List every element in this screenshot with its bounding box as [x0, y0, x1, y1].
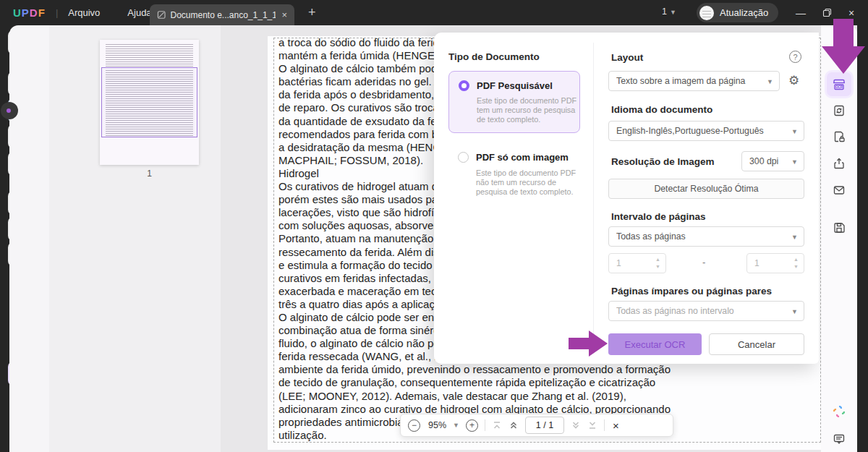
chevron-down-icon: ▼: [791, 234, 798, 241]
image-only-pdf-desc: Este tipo de documento PDF não tem um re…: [476, 169, 577, 197]
chevron-down-icon[interactable]: ▼: [453, 422, 459, 429]
ocr-icon[interactable]: OCR: [827, 72, 851, 96]
page-count-value: 1: [662, 7, 667, 17]
document-text-line: de tecido de granulação, consequentement…: [278, 376, 820, 389]
searchable-pdf-desc: Este tipo de documento PDF tem um recurs…: [477, 96, 578, 124]
help-icon[interactable]: ?: [789, 51, 801, 63]
thumbnail-viewport-box[interactable]: [101, 67, 197, 137]
logo-letter: F: [38, 7, 46, 19]
range-select-value: Todas as páginas: [616, 231, 686, 242]
minimize-button[interactable]: —: [787, 0, 814, 25]
toolbar-close-icon[interactable]: ×: [613, 419, 619, 432]
collapse-dot: [7, 108, 11, 113]
resolution-select-value: 300 dpi: [749, 156, 778, 166]
resolution-select[interactable]: 300 dpi▼: [741, 151, 804, 171]
share-icon[interactable]: [827, 151, 851, 175]
logo-letter: D: [30, 7, 38, 19]
toolbar-divider: [604, 419, 605, 431]
chevron-down-icon: ▼: [791, 158, 798, 166]
document-text-line: ambiente da ferida úmido, prevenindo o r…: [278, 363, 820, 376]
menu-ajuda[interactable]: Ajuda: [127, 7, 151, 18]
language-heading: Idioma do documento: [611, 104, 712, 115]
page-count-dropdown[interactable]: 1▼: [662, 7, 676, 17]
chevron-down-icon: ▼: [791, 128, 798, 135]
layout-heading: Layout: [611, 52, 643, 63]
update-button-label: Atualização: [720, 7, 768, 18]
language-select[interactable]: English-Inglês,Portuguese-Português▼: [608, 121, 804, 141]
zoom-out-icon[interactable]: −: [408, 419, 420, 432]
radio-unselected-icon[interactable]: [458, 152, 469, 163]
update-button[interactable]: Atualização: [697, 3, 778, 22]
cancel-button[interactable]: Cancelar: [709, 333, 804, 355]
image-only-pdf-label[interactable]: PDF só com imagem: [476, 152, 569, 163]
tab-close-icon[interactable]: ×: [281, 9, 287, 20]
parity-select-value: Todas as páginas no intervalo: [616, 306, 734, 316]
logo-letter: U: [13, 7, 22, 19]
toolbar-divider: [485, 419, 485, 431]
searchable-pdf-card[interactable]: PDF Pesquisável Este tipo de documento P…: [448, 71, 580, 133]
chevron-down-icon: ▼: [670, 9, 676, 16]
range-from-stepper[interactable]: 1 ▲▼: [608, 253, 666, 273]
ai-assistant-icon[interactable]: [827, 399, 851, 423]
next-page-icon[interactable]: [571, 420, 581, 430]
thumbnail-page-number: 1: [100, 169, 199, 179]
run-ocr-button[interactable]: Executar OCR: [608, 333, 702, 355]
svg-text:OCR: OCR: [835, 85, 843, 89]
detect-resolution-button[interactable]: Detectar Resolução Ótima: [608, 179, 804, 199]
window-close-button[interactable]: ×: [838, 0, 865, 25]
zoom-level[interactable]: 95%: [428, 420, 446, 430]
convert-icon[interactable]: [827, 98, 851, 122]
range-heading: Intervalo de páginas: [611, 211, 706, 222]
first-page-icon[interactable]: [492, 420, 502, 430]
range-to-stepper[interactable]: 1 ▲▼: [746, 253, 804, 273]
stepper-arrows-icon[interactable]: ▲▼: [793, 256, 799, 270]
menu-arquivo[interactable]: Arquivo: [68, 7, 100, 18]
parity-select[interactable]: Todas as páginas no intervalo▼: [608, 301, 804, 321]
ocr-dialog: Tipo de Documento PDF Pesquisável Este t…: [434, 33, 819, 364]
restore-icon: [822, 8, 832, 17]
resolution-heading: Resolução de Imagem: [611, 156, 715, 167]
document-text-line: (LEE; MOONEY, 2012). Ademais, vale desta…: [278, 390, 820, 403]
avatar: [699, 6, 714, 20]
radio-selected-icon[interactable]: [459, 80, 469, 91]
parity-heading: Páginas ímpares ou páginas pares: [611, 286, 772, 297]
language-select-value: English-Inglês,Portuguese-Português: [616, 126, 764, 136]
page-indicator[interactable]: 1 / 1: [525, 417, 564, 434]
document-tab[interactable]: Documento e...anco_1_1_1* ×: [150, 4, 294, 25]
chevron-down-icon: ▼: [767, 78, 773, 85]
tab-document-icon: [157, 10, 166, 20]
searchable-pdf-label: PDF Pesquisável: [477, 80, 553, 91]
thumbnail-text-block: [106, 43, 193, 67]
range-from-value: 1: [616, 258, 621, 268]
logo-letter: P: [22, 7, 30, 19]
previous-page-icon[interactable]: [509, 420, 519, 430]
gear-icon[interactable]: ⚙: [788, 73, 799, 88]
restore-button[interactable]: [813, 0, 841, 25]
zoom-page-toolbar: − 95% ▼ + 1 / 1 ×: [400, 414, 673, 437]
tab-title: Documento e...anco_1_1_1*: [170, 10, 276, 20]
protect-icon[interactable]: [827, 124, 851, 148]
new-tab-button[interactable]: +: [308, 6, 316, 19]
thumbnail-panel: 1: [49, 25, 221, 452]
updf-logo: UPDF: [13, 7, 46, 19]
zoom-in-icon[interactable]: +: [466, 419, 478, 432]
range-separator: -: [702, 257, 705, 268]
titlebar-divider: |: [56, 7, 58, 18]
email-icon[interactable]: [827, 178, 851, 202]
chevron-down-icon: ▼: [791, 308, 798, 315]
range-select[interactable]: Todas as páginas▼: [608, 226, 804, 247]
comments-icon[interactable]: [827, 427, 851, 451]
range-to-value: 1: [754, 258, 760, 268]
save-icon[interactable]: [827, 216, 851, 239]
dialog-divider: [593, 43, 594, 354]
layout-select-value: Texto sobre a imagem da página: [616, 76, 745, 86]
left-toolbar: [9, 25, 49, 452]
page-thumbnail[interactable]: [100, 40, 199, 165]
last-page-icon[interactable]: [587, 420, 597, 430]
stepper-arrows-icon[interactable]: ▲▼: [655, 256, 660, 270]
layout-select[interactable]: Texto sobre a imagem da página▼: [608, 71, 780, 91]
doc-type-heading: Tipo de Documento: [448, 51, 540, 62]
